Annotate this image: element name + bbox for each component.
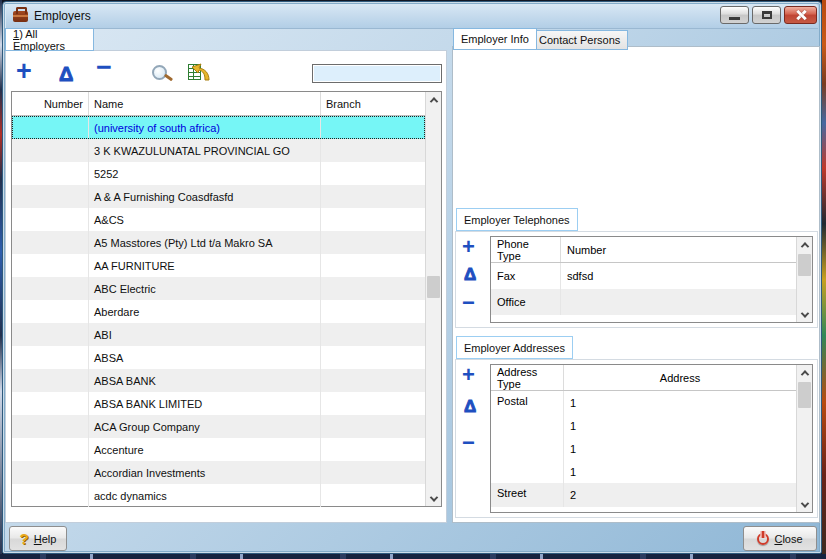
table-row[interactable]: Accordian Investments (12, 461, 425, 484)
delete-phone-button[interactable]: − (462, 292, 475, 314)
cell-number (12, 277, 89, 300)
cell-name: A & A Furnishing Coasdfasfd (89, 185, 321, 208)
address-line: 1 (570, 460, 576, 483)
table-row[interactable]: A & A Furnishing Coasdfasfd (12, 185, 425, 208)
cell-name: A&CS (89, 208, 321, 231)
table-row[interactable]: (university of south africa) (12, 116, 425, 139)
help-button[interactable]: ? Help (9, 526, 67, 551)
tab-contact-persons[interactable]: Contact Persons (531, 30, 628, 50)
cell-phone-type: Office (491, 289, 561, 315)
column-header-address[interactable]: Address (564, 365, 796, 390)
edit-employer-button[interactable]: Δ (59, 64, 73, 84)
window-title: Employers (34, 9, 91, 23)
close-button[interactable]: Close (743, 526, 817, 551)
telephone-row[interactable]: Faxsdfsd (491, 263, 796, 289)
delete-address-button[interactable]: − (462, 432, 475, 454)
tab-employer-info[interactable]: Employer Info (453, 28, 537, 50)
cell-number (12, 300, 89, 323)
scrollbar-thumb[interactable] (427, 276, 440, 298)
address-line: 1 (570, 437, 576, 460)
telephones-table-header[interactable]: Phone Type Number (491, 237, 796, 263)
table-row[interactable]: A&CS (12, 208, 425, 231)
cell-branch (321, 139, 425, 162)
addresses-group: + Δ − Address Type Address Postal1111Str… (455, 359, 818, 518)
telephones-group-label: Employer Telephones (456, 208, 578, 231)
addresses-table-header[interactable]: Address Type Address (491, 365, 796, 391)
add-address-button[interactable]: + (462, 364, 475, 386)
table-row[interactable]: ABSA BANK (12, 369, 425, 392)
cell-number (12, 369, 89, 392)
cell-number (12, 185, 89, 208)
table-row[interactable]: acdc dynamics (12, 484, 425, 507)
title-bar[interactable]: Employers (6, 4, 818, 29)
scroll-down-icon[interactable] (426, 491, 441, 506)
cell-branch (321, 300, 425, 323)
power-icon (757, 533, 769, 545)
table-row[interactable]: ABC Electric (12, 277, 425, 300)
help-button-label: Help (34, 533, 57, 545)
tab-all-employers-label: 1) All Employers (13, 28, 86, 52)
table-row[interactable]: AA FURNITURE (12, 254, 425, 277)
scrollbar-thumb[interactable] (798, 254, 811, 276)
address-row[interactable]: Postal1111 (491, 391, 796, 483)
cell-address-type: Street (491, 483, 564, 507)
cell-number (12, 231, 89, 254)
column-header-name[interactable]: Name (89, 92, 321, 115)
cell-name: Aberdare (89, 300, 321, 323)
employers-table-scrollbar[interactable] (425, 92, 441, 506)
cell-branch (321, 162, 425, 185)
cell-name: Accenture (89, 438, 321, 461)
addresses-scrollbar[interactable] (796, 365, 812, 512)
minimize-button[interactable] (720, 6, 749, 24)
telephones-table: Phone Type Number FaxsdfsdOffice (490, 236, 813, 323)
maximize-icon (762, 11, 772, 19)
edit-address-button[interactable]: Δ (464, 398, 476, 415)
add-phone-button[interactable]: + (462, 236, 475, 258)
telephones-scrollbar[interactable] (796, 237, 812, 322)
close-window-button[interactable] (784, 6, 817, 24)
scroll-down-icon[interactable] (797, 497, 812, 512)
cell-phone-number (561, 289, 796, 315)
column-header-address-type[interactable]: Address Type (491, 365, 564, 390)
delete-employer-button[interactable]: − (96, 54, 112, 81)
table-row[interactable]: ABSA BANK LIMITED (12, 392, 425, 415)
search-icon[interactable] (152, 65, 167, 80)
addresses-toolbar: + Δ − (460, 360, 488, 517)
maximize-button[interactable] (752, 6, 781, 24)
cell-name: A5 Masstores (Pty) Ltd t/a Makro SA (89, 231, 321, 254)
cell-name: ABSA BANK (89, 369, 321, 392)
table-row[interactable]: ABSA (12, 346, 425, 369)
address-row[interactable]: Street2 (491, 483, 796, 507)
cell-branch (321, 323, 425, 346)
column-header-branch[interactable]: Branch (321, 92, 425, 115)
add-employer-button[interactable]: + (16, 58, 32, 85)
table-row[interactable]: A5 Masstores (Pty) Ltd t/a Makro SA (12, 231, 425, 254)
cell-number (12, 208, 89, 231)
employers-table-header[interactable]: Number Name Branch (12, 92, 425, 116)
table-row[interactable]: ABI (12, 323, 425, 346)
table-row[interactable]: Accenture (12, 438, 425, 461)
taskbar-sliver (0, 554, 826, 559)
search-input[interactable] (312, 64, 442, 83)
addresses-table: Address Type Address Postal1111Street2 (490, 364, 813, 513)
cell-branch (321, 415, 425, 438)
scroll-up-icon[interactable] (426, 92, 441, 107)
scroll-down-icon[interactable] (797, 307, 812, 322)
export-table-icon[interactable] (187, 60, 213, 84)
column-header-phone-number[interactable]: Number (561, 237, 796, 262)
column-header-phone-type[interactable]: Phone Type (491, 237, 561, 262)
column-header-number[interactable]: Number (12, 92, 89, 115)
table-row[interactable]: Aberdare (12, 300, 425, 323)
table-row[interactable]: 5252 (12, 162, 425, 185)
telephone-row[interactable]: Office (491, 289, 796, 315)
telephones-toolbar: + Δ − (460, 232, 488, 327)
scroll-up-icon[interactable] (797, 237, 812, 252)
close-button-label: Close (774, 533, 802, 545)
edit-phone-button[interactable]: Δ (464, 266, 476, 283)
tab-all-employers[interactable]: 1) All Employers (5, 28, 94, 51)
table-row[interactable]: 3 K KWAZULUNATAL PROVINCIAL GO (12, 139, 425, 162)
cell-address: 2 (564, 483, 796, 507)
scrollbar-thumb[interactable] (798, 382, 811, 408)
table-row[interactable]: ACA Group Company (12, 415, 425, 438)
scroll-up-icon[interactable] (797, 365, 812, 380)
